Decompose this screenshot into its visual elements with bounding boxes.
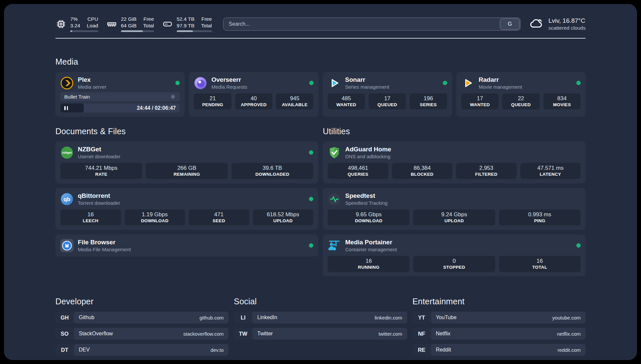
bookmark-github[interactable]: GH Github github.com xyxy=(55,312,229,323)
card-adguard[interactable]: AdGuard Home DNS and adblocking 498,461 … xyxy=(323,141,586,183)
bookmark-url: stackoverflow.com xyxy=(183,331,224,337)
card-subtitle: Speedtest Tracking xyxy=(345,200,387,206)
section-title-media: Media xyxy=(55,57,586,67)
card-speedtest[interactable]: Speedtest Speedtest Tracking 9.65 Gbps D… xyxy=(323,188,586,230)
bookmark-netflix[interactable]: NF Netflix netflix.com xyxy=(412,328,586,340)
speedtest-icon xyxy=(328,193,341,206)
card-qbittorrent[interactable]: qb qBittorrent Torrent downloader 16 LEE… xyxy=(55,188,318,230)
card-nzbget[interactable]: nzbget NZBGet Usenet downloader 744.21 M… xyxy=(55,141,318,183)
bookmark-linkedin[interactable]: LI LinkedIn linkedin.com xyxy=(234,312,407,323)
card-title: File Browser xyxy=(78,239,131,246)
memory-usage-fill xyxy=(121,30,143,32)
card-subtitle: Media File Management xyxy=(78,247,131,252)
stat-available: 945 AVAILABLE xyxy=(276,93,313,109)
bookmark-url: linkedin.com xyxy=(375,315,402,320)
bookmark-url: reddit.com xyxy=(558,347,581,353)
search-input[interactable] xyxy=(223,17,521,31)
stat-wanted: 17 WANTED xyxy=(461,93,499,109)
portainer-icon xyxy=(328,239,341,252)
card-overseerr[interactable]: Overseerr Media Requests 21 PENDING 40 A… xyxy=(189,72,318,117)
bookmark-reddit[interactable]: RE Reddit reddit.com xyxy=(412,344,586,356)
bookmark-stackoverflow[interactable]: SO StackOverflow stackoverflow.com xyxy=(55,328,229,340)
bookmark-abbr: SO xyxy=(55,328,74,340)
card-subtitle: Movie management xyxy=(479,84,522,90)
memory-widget: 22 GiB 64 GiB Free Total xyxy=(106,16,154,32)
stat-leech: 16 LEECH xyxy=(60,209,121,226)
bookmark-abbr: DT xyxy=(55,344,74,356)
card-subtitle: Series management xyxy=(345,84,389,90)
card-sonarr[interactable]: Sonarr Series management 485 WANTED 17 Q… xyxy=(323,72,452,117)
card-subtitle: Media Requests xyxy=(211,84,247,90)
dashboard: 7% 3.24 CPU Load xyxy=(4,4,637,360)
now-playing-row: Bullet Train xyxy=(60,92,180,101)
status-indicator xyxy=(175,81,180,85)
memory-total: 64 GiB xyxy=(121,22,137,29)
stat-rate: 744.21 Mbps RATE xyxy=(60,163,142,179)
cpu-percent: 7% xyxy=(70,16,80,22)
search-engine-button[interactable]: G xyxy=(500,18,520,30)
bookmark-group-social: Social LI LinkedIn linkedin.com TW Twitt… xyxy=(234,297,407,340)
card-subtitle: Media server xyxy=(78,84,107,90)
status-indicator xyxy=(576,243,581,248)
svg-text:nzbget: nzbget xyxy=(62,151,72,154)
disk-total: 97.9 TB xyxy=(177,22,195,29)
svg-text:qb: qb xyxy=(64,196,70,202)
bookmark-group-developer: Developer GH Github github.com SO StackO… xyxy=(55,297,229,356)
card-subtitle: Container management xyxy=(345,247,397,252)
status-indicator xyxy=(443,81,447,85)
bookmark-name: Reddit xyxy=(436,347,451,353)
card-filebrowser[interactable]: File Browser Media File Management xyxy=(55,234,318,257)
stat-upload: 9.24 Gbps UPLOAD xyxy=(413,209,495,226)
section-documents: Documents & Files nzbget NZBGet Usenet d… xyxy=(55,127,318,257)
status-indicator xyxy=(309,81,314,85)
card-radarr[interactable]: Radarr Movie management 17 WANTED 22 QUE… xyxy=(456,72,586,117)
card-subtitle: DNS and adblocking xyxy=(345,154,391,159)
qbittorrent-icon: qb xyxy=(60,193,74,206)
bookmark-url: dev.to xyxy=(211,347,224,353)
stat-wanted: 485 WANTED xyxy=(328,93,365,109)
card-title: AdGuard Home xyxy=(345,146,391,153)
card-title: qBittorrent xyxy=(78,192,120,199)
section-media: Media Plex Media server xyxy=(55,57,586,117)
pause-icon xyxy=(64,106,68,110)
bookmark-abbr: LI xyxy=(234,312,252,323)
bookmark-dev[interactable]: DT DEV dev.to xyxy=(55,344,229,356)
disk-free-label: Free xyxy=(201,16,212,22)
bookmark-abbr: GH xyxy=(55,312,74,323)
playback-time: 24:44 / 02:06:47 xyxy=(137,105,176,111)
bookmark-twitter[interactable]: TW Twitter twitter.com xyxy=(234,328,407,340)
bookmark-name: LinkedIn xyxy=(257,315,277,320)
card-title: NZBGet xyxy=(78,146,120,153)
memory-free-label: Free xyxy=(143,16,154,22)
card-title: Overseerr xyxy=(211,76,247,83)
stat-queued: 22 QUEUED xyxy=(502,93,539,109)
stat-queries: 498,461 QUERIES xyxy=(328,163,388,179)
disk-usage-bar xyxy=(177,30,212,32)
bookmark-abbr: RE xyxy=(412,344,431,356)
status-indicator xyxy=(576,81,581,85)
playback-progress: 24:44 / 02:06:47 xyxy=(60,104,180,112)
bookmark-url: youtube.com xyxy=(552,315,581,320)
bookmark-abbr: NF xyxy=(412,328,431,340)
stat-movies: 834 MOVIES xyxy=(543,93,581,109)
card-subtitle: Usenet downloader xyxy=(78,154,120,159)
stat-approved: 40 APPROVED xyxy=(235,93,272,109)
stat-download: 9.65 Gbps DOWNLOAD xyxy=(328,209,410,226)
status-indicator xyxy=(309,197,313,201)
card-title: Media Portainer xyxy=(345,239,397,246)
cpu-usage-bar xyxy=(70,30,98,32)
card-title: Plex xyxy=(78,76,107,83)
bookmark-youtube[interactable]: YT YouTube youtube.com xyxy=(412,312,586,323)
cpu-icon xyxy=(55,18,67,30)
media-options-icon[interactable] xyxy=(170,94,176,100)
ram-icon xyxy=(106,18,117,30)
card-title: Speedtest xyxy=(345,192,387,199)
header-divider xyxy=(55,38,586,39)
stat-latency: 47.571 ms LATENCY xyxy=(520,163,581,179)
stat-seed: 471 SEED xyxy=(189,209,249,226)
card-portainer[interactable]: Media Portainer Container management 16 … xyxy=(323,234,586,276)
overseerr-icon xyxy=(194,76,207,90)
bookmark-name: Twitter xyxy=(257,331,273,337)
weather-widget: Lviv, 16.87°C scattered clouds xyxy=(529,16,586,32)
card-plex[interactable]: Plex Media server Bullet Train xyxy=(55,72,185,117)
